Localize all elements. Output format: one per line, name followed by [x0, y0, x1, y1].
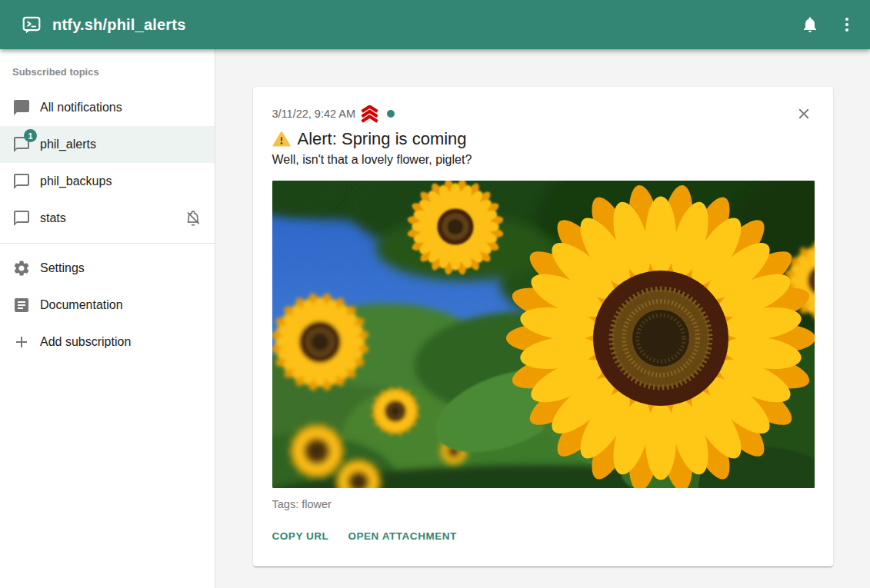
- subscribed-topics-caption: Subscribed topics: [0, 66, 215, 78]
- attachment-image-sunflowers[interactable]: [272, 181, 815, 488]
- sidebar-item-phil-alerts[interactable]: 1 phil_alerts: [0, 126, 215, 163]
- ntfy-logo-icon: [22, 15, 42, 35]
- sidebar-item-phil-backups[interactable]: phil_backups: [0, 163, 215, 200]
- sidebar-divider: [0, 243, 215, 244]
- sidebar-item-add-subscription[interactable]: Add subscription: [0, 324, 215, 360]
- open-attachment-button[interactable]: OPEN ATTACHMENT: [342, 526, 463, 546]
- priority-max-icon: [359, 105, 380, 123]
- notification-timestamp: 3/11/22, 9:42 AM: [272, 108, 356, 120]
- sidebar-item-label: Settings: [40, 261, 85, 275]
- topics-list: All notifications 1 phil_alerts phil_b: [0, 89, 215, 237]
- plus-icon: [12, 333, 31, 351]
- unread-dot: [387, 110, 395, 118]
- unread-count-badge: 1: [24, 129, 37, 142]
- sidebar: Subscribed topics All notifications 1 ph: [0, 49, 215, 588]
- app-bar: ntfy.sh/phil_alerts: [0, 0, 870, 49]
- main-content: 3/11/22, 9:42 AM: [215, 49, 870, 588]
- appbar-actions: [792, 6, 865, 43]
- bell-icon: [801, 15, 819, 34]
- close-icon: [795, 105, 812, 122]
- notification-body: Well, isn't that a lovely flower, piglet…: [272, 152, 815, 167]
- notifications-off-icon: [184, 209, 202, 228]
- sidebar-item-label: stats: [40, 211, 66, 225]
- kebab-menu-icon: [838, 15, 856, 34]
- notification-card: 3/11/22, 9:42 AM: [253, 87, 833, 566]
- sidebar-item-label: phil_backups: [40, 174, 112, 188]
- overflow-menu-button[interactable]: [828, 6, 865, 43]
- notification-title: Alert: Spring is coming: [298, 129, 467, 149]
- sidebar-actions-list: Settings Documentation Add subscription: [0, 250, 215, 360]
- notification-actions: COPY URL OPEN ATTACHMENT: [266, 526, 815, 546]
- sidebar-item-stats[interactable]: stats: [0, 200, 215, 237]
- notification-tags: Tags: flower: [272, 498, 815, 510]
- close-notification-button[interactable]: [793, 103, 815, 125]
- sidebar-item-documentation[interactable]: Documentation: [0, 287, 215, 324]
- sidebar-item-label: Documentation: [40, 298, 123, 312]
- notification-header: 3/11/22, 9:42 AM: [272, 105, 815, 122]
- sidebar-item-label: All notifications: [40, 101, 122, 115]
- notification-title-row: Alert: Spring is coming: [272, 129, 815, 149]
- article-icon: [12, 296, 31, 314]
- sidebar-item-settings[interactable]: Settings: [0, 250, 215, 287]
- gear-icon: [12, 259, 31, 277]
- chat-filled-icon: [12, 98, 31, 117]
- sidebar-item-label: phil_alerts: [40, 138, 96, 151]
- chat-outline-icon: 1: [12, 135, 31, 154]
- sidebar-item-all-notifications[interactable]: All notifications: [0, 89, 215, 126]
- copy-url-button[interactable]: COPY URL: [266, 526, 335, 546]
- chat-outline-icon: [12, 209, 31, 228]
- warning-emoji-icon: [272, 130, 291, 148]
- notifications-bell-button[interactable]: [792, 6, 828, 43]
- app-title: ntfy.sh/phil_alerts: [52, 16, 185, 34]
- chat-outline-icon: [12, 172, 31, 191]
- sidebar-item-label: Add subscription: [40, 335, 131, 349]
